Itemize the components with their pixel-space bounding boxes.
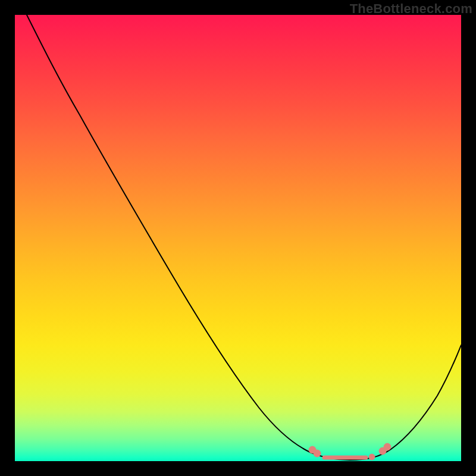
optimal-range-end-marker-2 [384, 443, 391, 450]
chart-container: TheBottleneck.com [0, 0, 476, 476]
chart-svg [15, 15, 461, 461]
optimal-range-start-marker-2 [314, 450, 321, 457]
bottleneck-curve [27, 15, 461, 460]
optimal-range-end-marker-inner [369, 454, 375, 460]
watermark-label: TheBottleneck.com [350, 1, 472, 17]
plot-area [15, 15, 461, 461]
